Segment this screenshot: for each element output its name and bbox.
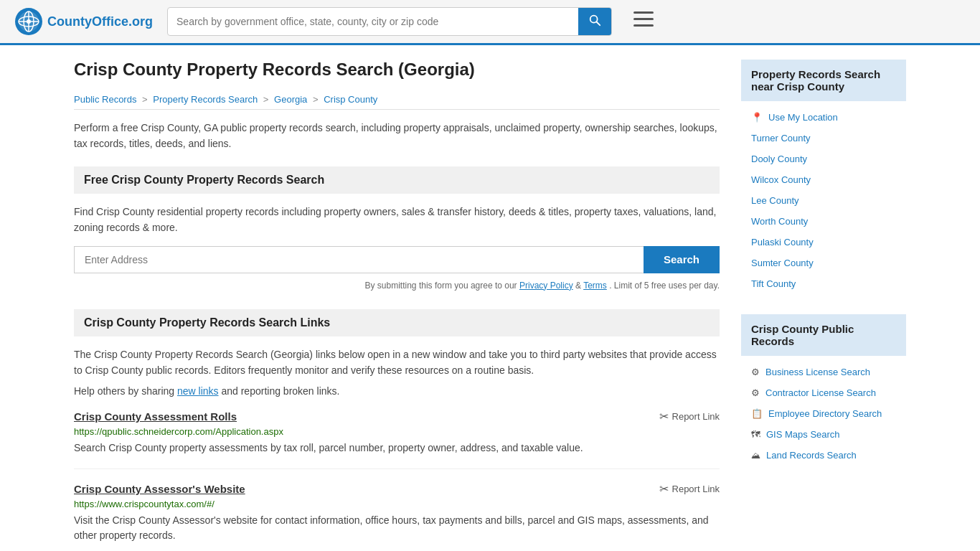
nearby-counties-box: Property Records Search near Crisp Count… [741,60,906,300]
assessment-rolls-link[interactable]: Crisp County Assessment Rolls [74,410,237,423]
disclaimer-end: . Limit of 5 free uses per day. [609,281,720,291]
links-section-header: Crisp County Property Records Search Lin… [74,309,720,336]
address-search-row: Search [74,246,720,273]
map-icon-gis: 🗺 [751,429,760,440]
header-search-input[interactable] [168,10,578,33]
logo-icon [14,7,43,36]
new-links-line: Help others by sharing new links and rep… [74,385,720,397]
link-item-url-2: https://www.crispcountytax.com/#/ [74,499,720,509]
worth-county-link[interactable]: Worth County [751,216,808,227]
breadcrumb-crisp-county[interactable]: Crisp County [324,94,377,105]
new-links-anchor[interactable]: new links [177,385,219,397]
gear-icon-business: ⚙ [751,367,760,377]
link-item-title-1: Crisp County Assessment Rolls [74,410,237,423]
gis-maps-search-link[interactable]: GIS Maps Search [766,429,840,440]
sidebar-county-pulaski[interactable]: Pulaski County [741,232,906,253]
wilcox-county-link[interactable]: Wilcox County [751,174,811,185]
report-link-button-2[interactable]: ✂ Report Link [659,482,720,496]
svg-rect-11 [633,24,654,27]
svg-line-8 [596,22,600,25]
header-search-button[interactable] [578,8,611,35]
sidebar-county-tift[interactable]: Tift County [741,273,906,294]
search-button[interactable]: Search [644,246,720,273]
disclaimer-amp: & [575,281,583,291]
sidebar-county-worth[interactable]: Worth County [741,211,906,232]
logo-text: CountyOffice.org [47,14,153,29]
nearby-header: Property Records Search near Crisp Count… [741,60,906,101]
breadcrumb-sep-3: > [313,94,321,105]
page-title: Crisp County Property Records Search (Ge… [74,60,720,80]
scissors-icon-1: ✂ [659,410,669,423]
privacy-policy-link[interactable]: Privacy Policy [519,281,573,291]
search-desc: Find Crisp County residential property r… [74,204,720,236]
link-item-header-2: Crisp County Assessor's Website ✂ Report… [74,482,720,496]
logo-main: CountyOffice [47,14,128,29]
sidebar-county-dooly[interactable]: Dooly County [741,149,906,169]
contractor-license-search-link[interactable]: Contractor License Search [765,387,876,398]
turner-county-link[interactable]: Turner County [751,133,811,143]
use-my-location-link[interactable]: Use My Location [768,112,838,123]
link-item-desc-2: Visit the Crisp County Assessor's websit… [74,513,720,543]
main-wrapper: Crisp County Property Records Search (Ge… [60,45,920,551]
contractor-license-search-item[interactable]: ⚙ Contractor License Search [741,382,906,403]
public-records-box: Crisp County Public Records ⚙ Business L… [741,314,906,471]
gear-icon-contractor: ⚙ [751,387,760,398]
employee-directory-search-link[interactable]: Employee Directory Search [768,408,882,419]
public-records-header: Crisp County Public Records [741,314,906,356]
content-area: Crisp County Property Records Search (Ge… [74,60,720,551]
form-disclaimer: By submitting this form you agree to our… [74,279,720,292]
link-item-title-2: Crisp County Assessor's Website [74,483,245,495]
business-license-search-link[interactable]: Business License Search [765,367,870,377]
sidebar: Property Records Search near Crisp Count… [741,60,906,551]
land-records-search-item[interactable]: ⛰ Land Records Search [741,445,906,466]
breadcrumb-sep-2: > [263,94,271,105]
free-search-header: Free Crisp County Property Records Searc… [74,166,720,194]
breadcrumb-georgia[interactable]: Georgia [274,94,307,105]
use-my-location-item[interactable]: 📍 Use My Location [741,107,906,128]
hamburger-menu-button[interactable] [633,11,654,32]
logo-area: CountyOffice.org [14,7,153,36]
tift-county-link[interactable]: Tift County [751,278,796,289]
address-input[interactable] [74,246,644,273]
svg-rect-9 [633,11,654,14]
book-icon-employee: 📋 [751,408,763,419]
sidebar-county-sumter[interactable]: Sumter County [741,253,906,273]
link-item-assessment-rolls: Crisp County Assessment Rolls ✂ Report L… [74,410,720,469]
svg-rect-10 [633,18,654,20]
business-license-search-item[interactable]: ⚙ Business License Search [741,362,906,382]
breadcrumb: Public Records > Property Records Search… [74,90,720,110]
pulaski-county-link[interactable]: Pulaski County [751,237,814,248]
nearby-counties-content: 📍 Use My Location Turner County Dooly Co… [741,101,906,300]
dooly-county-link[interactable]: Dooly County [751,154,807,164]
link-item-desc-1: Search Crisp County property assessments… [74,441,720,456]
sidebar-county-lee[interactable]: Lee County [741,190,906,211]
breadcrumb-sep-1: > [142,94,150,105]
gis-maps-search-item[interactable]: 🗺 GIS Maps Search [741,424,906,445]
header-search-bar [167,7,612,36]
land-records-search-link[interactable]: Land Records Search [766,450,857,461]
pin-icon: 📍 [751,112,763,123]
sumter-county-link[interactable]: Sumter County [751,258,814,268]
link-item-url-1: https://qpublic.schneidercorp.com/Applic… [74,426,720,437]
breadcrumb-public-records[interactable]: Public Records [74,94,136,105]
link-item-assessors-website: Crisp County Assessor's Website ✂ Report… [74,482,720,551]
land-icon: ⛰ [751,450,760,461]
breadcrumb-property-records-search[interactable]: Property Records Search [153,94,258,105]
intro-text: Perform a free Crisp County, GA public p… [74,120,720,152]
header: CountyOffice.org [0,0,980,45]
assessors-website-link[interactable]: Crisp County Assessor's Website [74,483,245,495]
lee-county-link[interactable]: Lee County [751,195,799,206]
disclaimer-text: By submitting this form you agree to our [365,281,517,291]
report-link-button-1[interactable]: ✂ Report Link [659,410,720,423]
employee-directory-search-item[interactable]: 📋 Employee Directory Search [741,403,906,424]
links-section: Crisp County Property Records Search Lin… [74,309,720,551]
logo-tld: .org [128,14,153,29]
links-desc: The Crisp County Property Records Search… [74,347,720,379]
property-search-section: Free Crisp County Property Records Searc… [74,166,720,292]
link-item-header-1: Crisp County Assessment Rolls ✂ Report L… [74,410,720,423]
sidebar-county-turner[interactable]: Turner County [741,128,906,149]
terms-link[interactable]: Terms [583,281,607,291]
new-links-text: Help others by sharing [74,385,174,397]
public-records-content: ⚙ Business License Search ⚙ Contractor L… [741,356,906,471]
sidebar-county-wilcox[interactable]: Wilcox County [741,169,906,190]
